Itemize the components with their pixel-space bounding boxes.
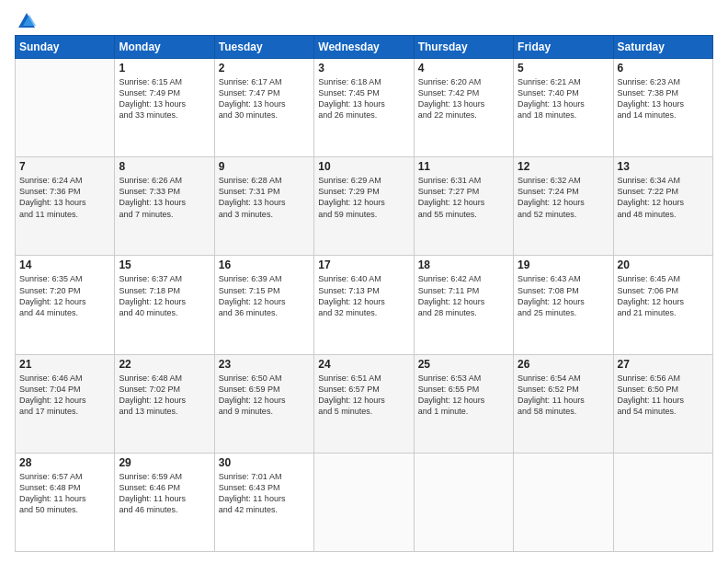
calendar-header-saturday: Saturday [613,36,712,59]
calendar-cell: 1Sunrise: 6:15 AMSunset: 7:49 PMDaylight… [115,59,214,157]
day-info: Sunrise: 6:39 AMSunset: 7:15 PMDaylight:… [219,273,310,318]
day-info: Sunrise: 6:26 AMSunset: 7:33 PMDaylight:… [119,175,210,220]
day-info: Sunrise: 6:54 AMSunset: 6:52 PMDaylight:… [518,373,609,418]
day-number: 21 [19,358,110,371]
day-info: Sunrise: 6:42 AMSunset: 7:11 PMDaylight:… [418,273,509,318]
day-number: 4 [418,62,509,75]
day-number: 17 [318,259,409,271]
calendar-week-row: 1Sunrise: 6:15 AMSunset: 7:49 PMDaylight… [16,59,713,157]
calendar-cell [613,453,712,551]
calendar-cell: 25Sunrise: 6:53 AMSunset: 6:55 PMDayligh… [414,354,513,453]
calendar-cell: 4Sunrise: 6:20 AMSunset: 7:42 PMDaylight… [414,59,513,157]
day-number: 18 [418,259,509,271]
calendar-header-tuesday: Tuesday [214,36,313,59]
calendar-header-row: SundayMondayTuesdayWednesdayThursdayFrid… [16,36,713,59]
calendar-cell: 19Sunrise: 6:43 AMSunset: 7:08 PMDayligh… [514,256,613,354]
day-info: Sunrise: 7:01 AMSunset: 6:43 PMDaylight:… [219,471,310,516]
day-info: Sunrise: 6:23 AMSunset: 7:38 PMDaylight:… [618,76,709,121]
calendar-cell: 23Sunrise: 6:50 AMSunset: 6:59 PMDayligh… [214,354,313,453]
day-number: 5 [518,62,609,75]
day-number: 12 [518,160,609,173]
calendar-header-wednesday: Wednesday [314,36,414,59]
day-number: 6 [618,62,709,75]
calendar-cell: 18Sunrise: 6:42 AMSunset: 7:11 PMDayligh… [414,256,513,354]
day-info: Sunrise: 6:18 AMSunset: 7:45 PMDaylight:… [318,76,409,121]
day-number: 25 [418,358,509,371]
calendar-cell: 13Sunrise: 6:34 AMSunset: 7:22 PMDayligh… [613,157,712,256]
calendar-cell: 26Sunrise: 6:54 AMSunset: 6:52 PMDayligh… [514,354,613,453]
calendar-cell: 5Sunrise: 6:21 AMSunset: 7:40 PMDaylight… [514,59,613,157]
day-number: 29 [119,456,210,469]
calendar-cell: 6Sunrise: 6:23 AMSunset: 7:38 PMDaylight… [613,59,712,157]
day-number: 7 [19,160,110,173]
day-number: 28 [19,456,110,469]
day-number: 20 [618,259,709,271]
day-info: Sunrise: 6:43 AMSunset: 7:08 PMDaylight:… [518,273,609,318]
logo-icon [17,11,37,31]
day-info: Sunrise: 6:17 AMSunset: 7:47 PMDaylight:… [219,76,310,121]
calendar-cell: 28Sunrise: 6:57 AMSunset: 6:48 PMDayligh… [16,453,115,551]
calendar-cell: 29Sunrise: 6:59 AMSunset: 6:46 PMDayligh… [115,453,214,551]
calendar-cell: 17Sunrise: 6:40 AMSunset: 7:13 PMDayligh… [314,256,414,354]
calendar-cell: 30Sunrise: 7:01 AMSunset: 6:43 PMDayligh… [214,453,313,551]
day-number: 14 [19,259,110,271]
calendar-cell: 22Sunrise: 6:48 AMSunset: 7:02 PMDayligh… [115,354,214,453]
calendar-cell: 15Sunrise: 6:37 AMSunset: 7:18 PMDayligh… [115,256,214,354]
calendar-cell: 10Sunrise: 6:29 AMSunset: 7:29 PMDayligh… [314,157,414,256]
calendar-cell: 20Sunrise: 6:45 AMSunset: 7:06 PMDayligh… [613,256,712,354]
calendar-cell: 12Sunrise: 6:32 AMSunset: 7:24 PMDayligh… [514,157,613,256]
calendar-week-row: 7Sunrise: 6:24 AMSunset: 7:36 PMDaylight… [16,157,713,256]
calendar-week-row: 14Sunrise: 6:35 AMSunset: 7:20 PMDayligh… [16,256,713,354]
day-number: 23 [219,358,310,371]
day-number: 13 [618,160,709,173]
day-number: 1 [119,62,210,75]
day-number: 9 [219,160,310,173]
calendar-cell: 2Sunrise: 6:17 AMSunset: 7:47 PMDaylight… [214,59,313,157]
calendar-week-row: 21Sunrise: 6:46 AMSunset: 7:04 PMDayligh… [16,354,713,453]
calendar-header-friday: Friday [514,36,613,59]
day-number: 16 [219,259,310,271]
calendar-table: SundayMondayTuesdayWednesdayThursdayFrid… [15,35,713,552]
day-info: Sunrise: 6:57 AMSunset: 6:48 PMDaylight:… [19,471,110,516]
day-info: Sunrise: 6:51 AMSunset: 6:57 PMDaylight:… [318,373,409,418]
calendar-cell [514,453,613,551]
day-info: Sunrise: 6:40 AMSunset: 7:13 PMDaylight:… [318,273,409,318]
day-number: 8 [119,160,210,173]
day-info: Sunrise: 6:53 AMSunset: 6:55 PMDaylight:… [418,373,509,418]
day-number: 15 [119,259,210,271]
calendar-cell: 21Sunrise: 6:46 AMSunset: 7:04 PMDayligh… [16,354,115,453]
calendar-cell: 8Sunrise: 6:26 AMSunset: 7:33 PMDaylight… [115,157,214,256]
day-number: 3 [318,62,409,75]
calendar-cell: 3Sunrise: 6:18 AMSunset: 7:45 PMDaylight… [314,59,414,157]
day-number: 19 [518,259,609,271]
day-number: 22 [119,358,210,371]
calendar-cell [314,453,414,551]
logo [15,11,37,28]
calendar-cell: 11Sunrise: 6:31 AMSunset: 7:27 PMDayligh… [414,157,513,256]
calendar-header-monday: Monday [115,36,214,59]
day-number: 27 [618,358,709,371]
day-info: Sunrise: 6:28 AMSunset: 7:31 PMDaylight:… [219,175,310,220]
day-info: Sunrise: 6:15 AMSunset: 7:49 PMDaylight:… [119,76,210,121]
day-info: Sunrise: 6:45 AMSunset: 7:06 PMDaylight:… [618,273,709,318]
day-info: Sunrise: 6:56 AMSunset: 6:50 PMDaylight:… [618,373,709,418]
calendar-cell: 7Sunrise: 6:24 AMSunset: 7:36 PMDaylight… [16,157,115,256]
day-info: Sunrise: 6:29 AMSunset: 7:29 PMDaylight:… [318,175,409,220]
calendar-cell [16,59,115,157]
day-info: Sunrise: 6:24 AMSunset: 7:36 PMDaylight:… [19,175,110,220]
calendar-header-thursday: Thursday [414,36,513,59]
calendar-cell [414,453,513,551]
day-info: Sunrise: 6:48 AMSunset: 7:02 PMDaylight:… [119,373,210,418]
calendar-cell: 9Sunrise: 6:28 AMSunset: 7:31 PMDaylight… [214,157,313,256]
day-info: Sunrise: 6:31 AMSunset: 7:27 PMDaylight:… [418,175,509,220]
calendar-cell: 27Sunrise: 6:56 AMSunset: 6:50 PMDayligh… [613,354,712,453]
calendar-cell: 24Sunrise: 6:51 AMSunset: 6:57 PMDayligh… [314,354,414,453]
day-info: Sunrise: 6:59 AMSunset: 6:46 PMDaylight:… [119,471,210,516]
day-number: 30 [219,456,310,469]
day-info: Sunrise: 6:46 AMSunset: 7:04 PMDaylight:… [19,373,110,418]
day-info: Sunrise: 6:21 AMSunset: 7:40 PMDaylight:… [518,76,609,121]
calendar-cell: 14Sunrise: 6:35 AMSunset: 7:20 PMDayligh… [16,256,115,354]
calendar-header-sunday: Sunday [16,36,115,59]
header [15,11,713,28]
calendar-cell: 16Sunrise: 6:39 AMSunset: 7:15 PMDayligh… [214,256,313,354]
